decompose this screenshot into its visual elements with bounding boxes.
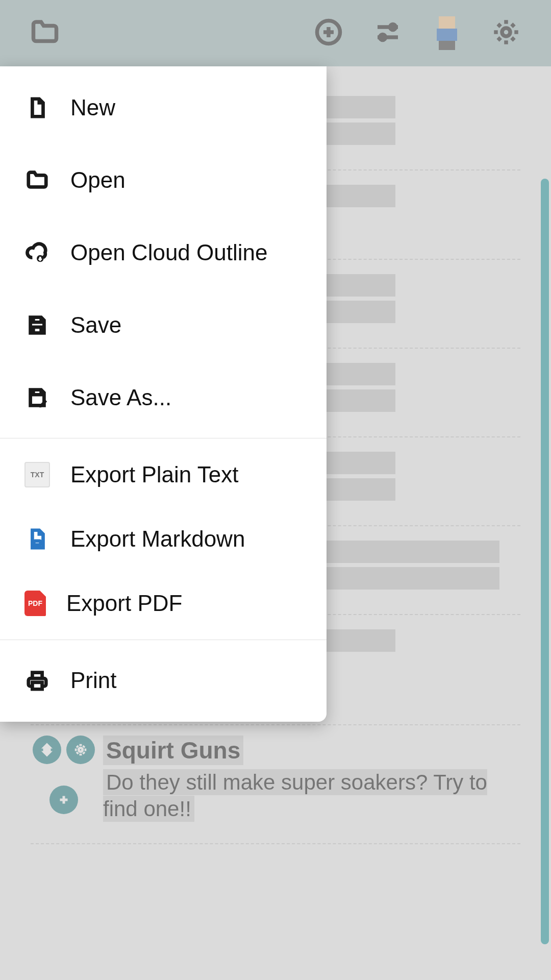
markdown-file-icon [24,526,50,552]
menu-item-open[interactable]: Open [0,144,327,216]
file-icon [24,95,50,120]
menu-item-export-txt[interactable]: TXT Export Plain Text [0,443,327,507]
card-text[interactable]: Do they still make super soakers? Try to… [103,769,487,822]
card-title[interactable]: Squirt Guns [103,736,243,765]
cloud-download-icon [24,240,50,265]
folder-button[interactable] [24,13,65,54]
menu-item-label: Save As... [70,385,171,410]
svg-point-5 [79,748,83,752]
menu-item-save[interactable]: Save [0,289,327,361]
menu-separator [0,640,327,640]
add-child-button[interactable] [49,786,78,814]
svg-point-3 [502,28,510,36]
drag-handle-button[interactable] [33,736,61,764]
menu-item-save-as[interactable]: Save As... [0,361,327,434]
menu-item-label: Open Cloud Outline [70,240,267,265]
folder-icon [30,17,60,50]
menu-item-label: Save [70,312,121,338]
floppy-icon [24,312,50,338]
folder-icon [24,167,50,193]
svg-point-2 [380,35,386,40]
top-toolbar [0,0,551,66]
menu-item-label: Export Plain Text [70,462,238,487]
print-icon [24,668,50,693]
menu-item-export-md[interactable]: Export Markdown [0,507,327,571]
sliders-button[interactable] [367,13,408,54]
avatar-icon [433,16,461,50]
menu-separator [0,438,327,438]
menu-item-label: New [70,95,115,120]
card-settings-button[interactable] [66,736,95,764]
plus-circle-icon [313,17,344,50]
avatar-button[interactable] [427,13,467,54]
menu-item-label: Print [70,668,116,693]
svg-rect-7 [34,541,40,545]
scrollbar-thumb[interactable] [541,179,549,944]
menu-item-print[interactable]: Print [0,644,327,717]
menu-item-new[interactable]: New [0,71,327,144]
file-menu: New Open Open Cloud Outline Save Save As… [0,66,327,722]
gear-icon [491,17,521,50]
sliders-icon [372,17,403,50]
txt-file-icon: TXT [24,462,50,487]
menu-item-open-cloud[interactable]: Open Cloud Outline [0,216,327,289]
outline-card[interactable]: Squirt Guns Do they still make super soa… [31,725,520,844]
menu-item-label: Open [70,167,126,193]
menu-item-label: Export Markdown [70,526,245,552]
floppy-pen-icon [24,385,50,410]
menu-item-label: Export PDF [66,591,182,616]
menu-item-export-pdf[interactable]: PDF Export PDF [0,571,327,635]
settings-button[interactable] [486,13,527,54]
add-button[interactable] [308,13,349,54]
pdf-file-icon: PDF [24,591,46,616]
svg-point-1 [390,24,396,30]
